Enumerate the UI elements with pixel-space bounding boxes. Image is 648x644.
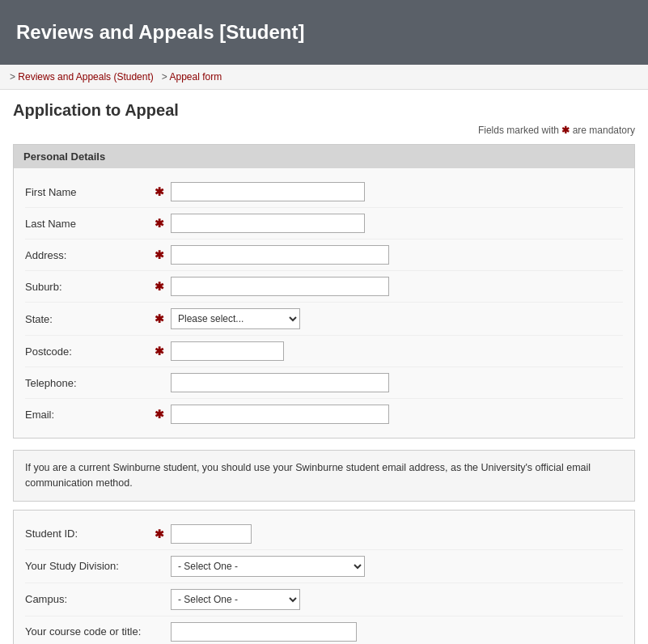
study-division-row: Your Study Division: - Select One - Busi… xyxy=(25,550,623,583)
address-required: ✱ xyxy=(155,248,171,261)
postcode-required: ✱ xyxy=(155,345,171,358)
study-division-spacer xyxy=(155,560,171,573)
telephone-input[interactable] xyxy=(171,373,389,392)
postcode-row: Postcode: ✱ xyxy=(25,336,623,367)
email-label: Email: xyxy=(25,409,155,421)
course-input-wrapper xyxy=(171,622,623,642)
state-row: State: ✱ Please select... ACT NSW NT QLD… xyxy=(25,303,623,336)
suburb-label: Suburb: xyxy=(25,281,155,293)
telephone-spacer xyxy=(155,376,171,389)
course-row: Your course code or title: xyxy=(25,616,623,645)
postcode-label: Postcode: xyxy=(25,345,155,358)
course-input[interactable] xyxy=(171,622,357,642)
page-title: Application to Appeal xyxy=(13,101,635,120)
main-content: Application to Appeal Fields marked with… xyxy=(0,90,648,644)
telephone-row: Telephone: xyxy=(25,367,623,399)
postcode-input[interactable] xyxy=(171,341,284,361)
campus-select[interactable]: - Select One - Hawthorn Wantirna Prahran… xyxy=(171,589,300,610)
personal-details-body: First Name ✱ Last Name ✱ Address: ✱ xyxy=(14,168,634,438)
email-info-box: If you are a current Swinburne student, … xyxy=(13,450,635,502)
state-required: ✱ xyxy=(155,312,171,325)
page-header: Reviews and Appeals [Student] xyxy=(0,0,648,65)
student-id-input-wrapper xyxy=(171,524,623,544)
last-name-required: ✱ xyxy=(155,217,171,230)
campus-spacer xyxy=(155,593,171,606)
personal-details-header: Personal Details xyxy=(14,145,634,168)
email-input[interactable] xyxy=(171,405,389,424)
study-division-select[interactable]: - Select One - Business Engineering Heal… xyxy=(171,556,365,577)
address-row: Address: ✱ xyxy=(25,239,623,271)
course-spacer xyxy=(155,625,171,638)
student-id-required: ✱ xyxy=(155,527,171,540)
first-name-label: First Name xyxy=(25,186,155,198)
suburb-input[interactable] xyxy=(171,277,389,296)
student-id-label: Student ID: xyxy=(25,527,155,540)
student-details-body: Student ID: ✱ Your Study Division: - Sel… xyxy=(14,511,634,645)
header-title: Reviews and Appeals [Student] xyxy=(16,21,305,44)
address-label: Address: xyxy=(25,249,155,261)
breadcrumb-link2[interactable]: Appeal form xyxy=(170,71,222,83)
last-name-input-wrapper xyxy=(171,214,623,233)
student-id-row: Student ID: ✱ xyxy=(25,519,623,550)
first-name-required: ✱ xyxy=(155,185,171,198)
last-name-input[interactable] xyxy=(171,214,365,233)
last-name-label: Last Name xyxy=(25,218,155,230)
suburb-input-wrapper xyxy=(171,277,623,296)
breadcrumb: > Reviews and Appeals (Student) > Appeal… xyxy=(0,65,648,90)
postcode-input-wrapper xyxy=(171,341,623,361)
state-select-wrapper: Please select... ACT NSW NT QLD SA TAS V… xyxy=(171,308,623,329)
breadcrumb-link1[interactable]: Reviews and Appeals (Student) xyxy=(18,71,153,83)
campus-select-wrapper: - Select One - Hawthorn Wantirna Prahran… xyxy=(171,589,623,610)
student-details-section: Student ID: ✱ Your Study Division: - Sel… xyxy=(13,510,635,645)
student-id-input[interactable] xyxy=(171,524,252,544)
last-name-row: Last Name ✱ xyxy=(25,208,623,239)
study-division-label: Your Study Division: xyxy=(25,560,155,572)
first-name-row: First Name ✱ xyxy=(25,176,623,208)
telephone-input-wrapper xyxy=(171,373,623,392)
campus-row: Campus: - Select One - Hawthorn Wantirna… xyxy=(25,583,623,616)
mandatory-asterisk: ✱ xyxy=(561,125,572,136)
campus-label: Campus: xyxy=(25,593,155,605)
email-input-wrapper xyxy=(171,405,623,424)
first-name-input-wrapper xyxy=(171,182,623,201)
study-division-select-wrapper: - Select One - Business Engineering Heal… xyxy=(171,556,623,577)
suburb-row: Suburb: ✱ xyxy=(25,271,623,303)
address-input[interactable] xyxy=(171,245,389,265)
mandatory-note: Fields marked with ✱ are mandatory xyxy=(13,125,635,136)
email-row: Email: ✱ xyxy=(25,399,623,430)
course-label: Your course code or title: xyxy=(25,625,155,638)
telephone-label: Telephone: xyxy=(25,377,155,389)
first-name-input[interactable] xyxy=(171,182,365,201)
breadcrumb-separator2: > xyxy=(162,71,167,83)
address-input-wrapper xyxy=(171,245,623,265)
suburb-required: ✱ xyxy=(155,280,171,293)
state-label: State: xyxy=(25,313,155,325)
breadcrumb-separator1: > xyxy=(10,71,15,83)
email-required: ✱ xyxy=(155,408,171,421)
state-select[interactable]: Please select... ACT NSW NT QLD SA TAS V… xyxy=(171,308,300,329)
personal-details-section: Personal Details First Name ✱ Last Name … xyxy=(13,144,635,439)
